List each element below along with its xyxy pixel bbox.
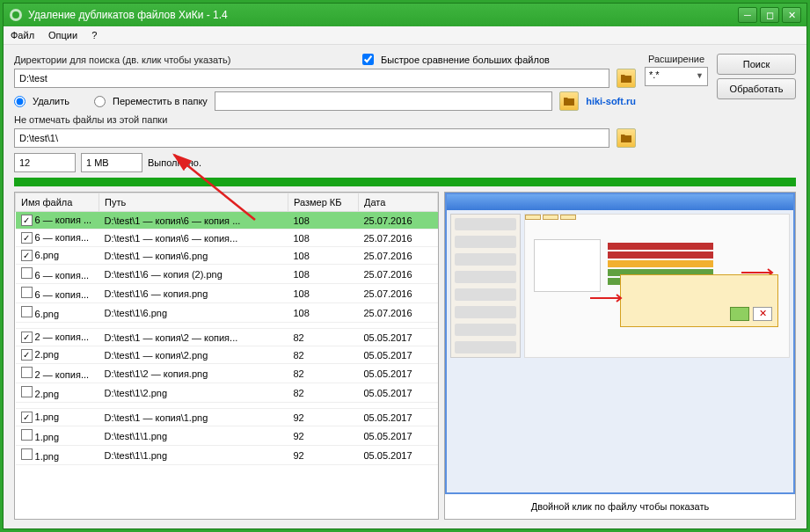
move-label: Переместить в папку xyxy=(113,96,208,106)
col-date[interactable]: Дата xyxy=(359,193,438,212)
move-radio-wrap[interactable]: Переместить в папку xyxy=(94,96,208,107)
table-row[interactable]: ✓ 6.pngD:\test\1 — копия\6.png10825.07.2… xyxy=(16,247,438,265)
dir-input[interactable] xyxy=(14,69,609,88)
table-row[interactable]: ✓ 2.pngD:\test\1 — копия\2.png8205.05.20… xyxy=(16,346,438,364)
move-radio[interactable] xyxy=(94,96,106,107)
table-row[interactable] xyxy=(16,323,438,329)
size-input[interactable] xyxy=(81,153,142,172)
fast-compare-label: Быстрое сравнение больших файлов xyxy=(381,55,550,65)
table-row[interactable]: 6.pngD:\test\1\6.png10825.07.2016 xyxy=(16,303,438,323)
results-table[interactable]: Имя файла Путь Размер КБ Дата ✓ 6 — копи… xyxy=(14,192,439,520)
extension-select[interactable]: *.* xyxy=(645,67,708,86)
row-checkbox[interactable]: ✓ xyxy=(21,412,33,423)
row-checkbox[interactable]: ✓ xyxy=(21,332,33,343)
row-checkbox[interactable] xyxy=(21,267,33,279)
row-checkbox[interactable]: ✓ xyxy=(21,232,33,244)
table-row[interactable]: ✓ 6 — копия ...D:\test\1 — копия\6 — коп… xyxy=(16,212,438,230)
search-button[interactable]: Поиск xyxy=(717,54,796,75)
table-row[interactable]: 2.pngD:\test\1\2.png8205.05.2017 xyxy=(16,383,438,403)
delete-label: Удалить xyxy=(33,96,69,106)
table-row[interactable]: 6 — копия...D:\test\1\6 — копия.png10825… xyxy=(16,284,438,303)
website-link[interactable]: hiki-soft.ru xyxy=(586,96,636,106)
row-checkbox[interactable]: ✓ xyxy=(21,349,33,361)
preview-panel: ✕ Двойной клик по файлу чтобы показать xyxy=(444,192,796,520)
table-row[interactable]: 1.pngD:\test\1\1.png9205.05.2017 xyxy=(16,426,438,446)
row-checkbox[interactable]: ✓ xyxy=(21,215,33,226)
exclude-input[interactable] xyxy=(14,128,609,148)
move-browse-button[interactable] xyxy=(559,91,579,111)
status-text: Выполнено. xyxy=(148,157,201,168)
row-checkbox[interactable] xyxy=(21,287,33,298)
table-row[interactable]: ✓ 2 — копия...D:\test\1 — копия\2 — копи… xyxy=(16,329,438,346)
table-row[interactable]: ✓ 6 — копия...D:\test\1 — копия\6 — копи… xyxy=(16,230,438,247)
app-icon xyxy=(9,8,23,22)
move-input[interactable] xyxy=(215,91,552,111)
menu-options[interactable]: Опции xyxy=(48,30,77,40)
fast-compare-checkbox[interactable] xyxy=(362,54,374,65)
fast-compare-checkbox-wrap[interactable]: Быстрое сравнение больших файлов xyxy=(362,54,550,65)
table-row[interactable]: 6 — копия...D:\test\1\6 — копия (2).png1… xyxy=(16,265,438,284)
count-input[interactable] xyxy=(14,153,76,172)
menubar: Файл Опции ? xyxy=(4,26,806,45)
row-checkbox[interactable] xyxy=(21,367,33,378)
exclude-browse-button[interactable] xyxy=(617,128,636,148)
minimize-button[interactable]: ─ xyxy=(738,7,757,23)
progress-bar xyxy=(14,178,796,186)
table-row[interactable]: 1.pngD:\test\1\1.png9205.05.2017 xyxy=(16,446,438,465)
window-title: Удаление дубликатов файлов ХиКи - 1.4 xyxy=(28,9,738,21)
row-checkbox[interactable] xyxy=(21,306,33,317)
close-button[interactable]: ✕ xyxy=(782,7,801,23)
delete-radio[interactable] xyxy=(14,96,26,107)
svg-point-1 xyxy=(12,11,19,18)
table-row[interactable]: 2 — копия...D:\test\1\2 — копия.png8205.… xyxy=(16,364,438,383)
preview-image[interactable]: ✕ xyxy=(445,193,795,494)
menu-help[interactable]: ? xyxy=(91,30,97,40)
row-checkbox[interactable] xyxy=(21,448,33,460)
row-checkbox[interactable] xyxy=(21,429,33,441)
table-row[interactable]: ✓ 1.pngD:\test\1 — копия\1.png9205.05.20… xyxy=(16,409,438,426)
menu-file[interactable]: Файл xyxy=(11,30,34,40)
extension-label: Расширение xyxy=(648,54,704,64)
row-checkbox[interactable] xyxy=(21,386,33,397)
col-size[interactable]: Размер КБ xyxy=(288,193,359,212)
table-row[interactable] xyxy=(16,403,438,409)
maximize-button[interactable]: ◻ xyxy=(760,7,779,23)
dir-browse-button[interactable] xyxy=(617,69,636,88)
col-name[interactable]: Имя файла xyxy=(16,193,99,212)
dirs-label: Директории для поиска (дв. клик чтобы ук… xyxy=(14,55,260,65)
col-path[interactable]: Путь xyxy=(99,193,288,212)
delete-radio-wrap[interactable]: Удалить xyxy=(14,96,69,107)
process-button[interactable]: Обработать xyxy=(717,78,796,99)
row-checkbox[interactable]: ✓ xyxy=(21,250,33,261)
exclude-label: Не отмечать файлы из этой папки xyxy=(14,114,636,125)
titlebar: Удаление дубликатов файлов ХиКи - 1.4 ─ … xyxy=(4,4,806,26)
preview-hint: Двойной клик по файлу чтобы показать xyxy=(445,494,795,519)
